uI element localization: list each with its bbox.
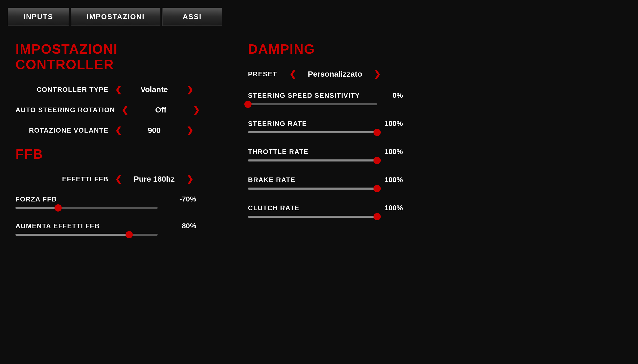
clutch-rate-label: CLUTCH RATE: [248, 204, 299, 212]
steering-rate-track[interactable]: [248, 131, 377, 133]
auto-steering-rotation-label: AUTO STEERING ROTATION: [15, 106, 115, 114]
damping-title: DAMPING: [248, 41, 403, 57]
throttle-rate-value: 100%: [384, 148, 403, 156]
forza-ffb-container: FORZA FFB -70%: [15, 195, 196, 209]
controller-type-row: CONTROLLER TYPE ❮ Volante ❯: [15, 85, 196, 94]
steering-speed-sensitivity-track[interactable]: [248, 103, 377, 105]
left-panel: IMPOSTAZIONI CONTROLLER CONTROLLER TYPE …: [15, 41, 196, 249]
rotazione-volante-row: ROTAZIONE VOLANTE ❮ 900 ❯: [15, 126, 196, 135]
clutch-rate-thumb[interactable]: [374, 213, 381, 220]
controller-type-right-arrow[interactable]: ❯: [185, 85, 195, 94]
ffb-title: FFB: [15, 146, 196, 162]
brake-rate-header: BRAKE RATE 100%: [248, 176, 403, 184]
brake-rate-track[interactable]: [248, 188, 377, 190]
clutch-rate-fill: [248, 216, 377, 218]
steering-speed-sensitivity-container: STEERING SPEED SENSITIVITY 0%: [248, 91, 403, 105]
brake-rate-fill: [248, 188, 377, 190]
aumenta-effetti-ffb-track[interactable]: [15, 234, 158, 236]
preset-right-arrow[interactable]: ❯: [372, 70, 382, 78]
steering-speed-sensitivity-thumb[interactable]: [244, 101, 252, 108]
steering-rate-value: 100%: [384, 119, 403, 128]
preset-value: Personalizzato: [301, 70, 369, 78]
effetti-ffb-left-arrow[interactable]: ❮: [114, 175, 123, 183]
steering-speed-sensitivity-value: 0%: [393, 91, 403, 100]
ffb-section: FFB EFFETTI FFB ❮ Pure 180hz ❯ FORZA FFB…: [15, 146, 196, 236]
throttle-rate-label: THROTTLE RATE: [248, 148, 308, 156]
clutch-rate-container: CLUTCH RATE 100%: [248, 204, 403, 218]
rotazione-volante-label: ROTAZIONE VOLANTE: [15, 126, 108, 134]
impostazioni-controller-title: IMPOSTAZIONI CONTROLLER: [15, 41, 196, 72]
clutch-rate-track[interactable]: [248, 216, 377, 218]
brake-rate-value: 100%: [384, 176, 403, 184]
controller-type-value: Volante: [128, 85, 180, 94]
throttle-rate-header: THROTTLE RATE 100%: [248, 148, 403, 156]
main-content: IMPOSTAZIONI CONTROLLER CONTROLLER TYPE …: [0, 26, 638, 249]
auto-steering-rotation-row: AUTO STEERING ROTATION ❮ Off ❯: [15, 106, 196, 114]
controller-type-left-arrow[interactable]: ❮: [114, 85, 123, 94]
steering-speed-sensitivity-label: STEERING SPEED SENSITIVITY: [248, 92, 360, 100]
throttle-rate-thumb[interactable]: [374, 157, 381, 164]
auto-steering-rotation-right-arrow[interactable]: ❯: [192, 106, 201, 114]
throttle-rate-fill: [248, 159, 377, 161]
brake-rate-thumb[interactable]: [374, 185, 381, 192]
tab-inputs[interactable]: INPUTS: [8, 8, 69, 26]
steering-rate-thumb[interactable]: [374, 129, 381, 136]
forza-ffb-header: FORZA FFB -70%: [15, 195, 196, 203]
steering-speed-sensitivity-header: STEERING SPEED SENSITIVITY 0%: [248, 91, 403, 100]
clutch-rate-header: CLUTCH RATE 100%: [248, 204, 403, 212]
effetti-ffb-row: EFFETTI FFB ❮ Pure 180hz ❯: [15, 175, 196, 183]
steering-rate-fill: [248, 131, 377, 133]
clutch-rate-value: 100%: [384, 204, 403, 212]
forza-ffb-value: -70%: [180, 195, 196, 203]
effetti-ffb-value: Pure 180hz: [128, 175, 180, 183]
top-navigation: INPUTS IMPOSTAZIONI ASSI: [0, 0, 638, 26]
effetti-ffb-right-arrow[interactable]: ❯: [185, 175, 195, 183]
aumenta-effetti-ffb-container: AUMENTA EFFETTI FFB 80%: [15, 222, 196, 236]
aumenta-effetti-ffb-fill: [15, 234, 129, 236]
brake-rate-container: BRAKE RATE 100%: [248, 176, 403, 190]
throttle-rate-track[interactable]: [248, 159, 377, 161]
aumenta-effetti-ffb-thumb[interactable]: [126, 231, 133, 238]
throttle-rate-container: THROTTLE RATE 100%: [248, 148, 403, 161]
forza-ffb-label: FORZA FFB: [15, 195, 57, 203]
aumenta-effetti-ffb-header: AUMENTA EFFETTI FFB 80%: [15, 222, 196, 230]
right-panel: DAMPING PRESET ❮ Personalizzato ❯ STEERI…: [248, 41, 403, 249]
steering-rate-header: STEERING RATE 100%: [248, 119, 403, 128]
auto-steering-rotation-value: Off: [135, 106, 186, 114]
rotazione-volante-value: 900: [128, 126, 180, 135]
steering-rate-container: STEERING RATE 100%: [248, 119, 403, 133]
controller-type-label: CONTROLLER TYPE: [15, 86, 108, 94]
effetti-ffb-label: EFFETTI FFB: [15, 175, 108, 183]
aumenta-effetti-ffb-value: 80%: [182, 222, 196, 230]
tab-assi[interactable]: ASSI: [162, 8, 222, 26]
rotazione-volante-right-arrow[interactable]: ❯: [185, 126, 195, 134]
preset-label: PRESET: [248, 70, 284, 78]
forza-ffb-thumb[interactable]: [55, 204, 62, 212]
forza-ffb-track[interactable]: [15, 207, 158, 209]
brake-rate-label: BRAKE RATE: [248, 176, 295, 184]
preset-row: PRESET ❮ Personalizzato ❯: [248, 70, 403, 78]
tab-impostazioni[interactable]: IMPOSTAZIONI: [71, 8, 160, 26]
preset-left-arrow[interactable]: ❮: [288, 70, 298, 78]
aumenta-effetti-ffb-label: AUMENTA EFFETTI FFB: [15, 222, 100, 230]
auto-steering-rotation-left-arrow[interactable]: ❮: [120, 106, 130, 114]
forza-ffb-fill: [15, 207, 58, 209]
rotazione-volante-left-arrow[interactable]: ❮: [114, 126, 123, 134]
steering-rate-label: STEERING RATE: [248, 120, 307, 128]
